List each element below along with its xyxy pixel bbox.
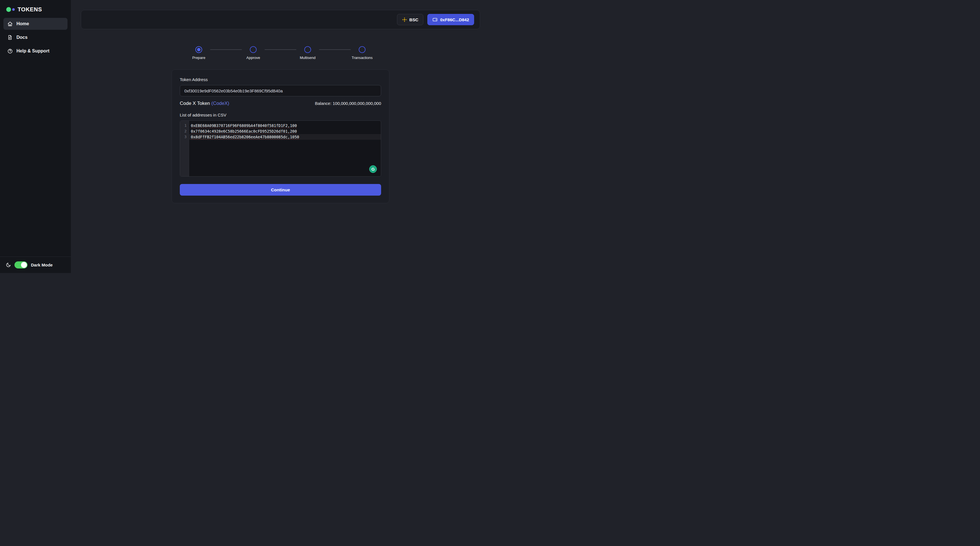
sidebar: TOKENS Home bbox=[0, 0, 71, 273]
token-name-text: Code X Token bbox=[180, 101, 210, 106]
dark-mode-section: Dark Mode bbox=[0, 257, 71, 273]
step-connector bbox=[264, 49, 296, 50]
line-number: 2 bbox=[180, 129, 189, 134]
csv-line: 0x8dFfFB2f104AB56ed22b8206eeAe47b8800085… bbox=[189, 134, 381, 140]
step-approve[interactable]: Approve bbox=[242, 46, 264, 60]
sidebar-item-help-support[interactable]: Help & Support bbox=[3, 45, 67, 57]
logo-green-dot-icon bbox=[6, 7, 11, 12]
sidebar-item-home[interactable]: Home bbox=[3, 18, 67, 30]
csv-editor[interactable]: 1 2 3 0xEBE68A09B370716F96F6809bA4f8040f… bbox=[180, 121, 381, 177]
help-icon bbox=[7, 48, 13, 54]
top-header-bar: BSC 0xF86C...D842 bbox=[81, 10, 480, 29]
main-content: BSC 0xF86C...D842 Prepare A bbox=[71, 0, 490, 273]
sidebar-item-label: Help & Support bbox=[16, 48, 49, 54]
moon-icon bbox=[6, 262, 11, 268]
csv-line-text: 0xEBE68A09B370716F96F6809bA4f8040f581fD1… bbox=[191, 123, 297, 128]
wallet-icon bbox=[433, 17, 438, 22]
step-circle-transactions[interactable] bbox=[359, 46, 366, 53]
step-connector bbox=[319, 49, 351, 50]
step-circle-multisend[interactable] bbox=[304, 46, 311, 53]
step-circle-approve[interactable] bbox=[250, 46, 257, 53]
dark-mode-label: Dark Mode bbox=[31, 262, 53, 267]
network-selector-button[interactable]: BSC bbox=[397, 14, 424, 25]
csv-line: 0x7f0634c4928e6C58b25666Eac0cFD9525D26df… bbox=[189, 129, 381, 134]
csv-line-text: 0x8dFfFB2f104AB56ed22b8206eeAe47b8800085… bbox=[191, 135, 299, 139]
wallet-address-button[interactable]: 0xF86C...D842 bbox=[427, 14, 474, 25]
app-root: TOKENS Home bbox=[0, 0, 490, 273]
grammarly-icon[interactable]: G bbox=[369, 165, 377, 173]
continue-button[interactable]: Continue bbox=[180, 184, 381, 195]
sidebar-item-label: Docs bbox=[16, 35, 27, 40]
step-transactions[interactable]: Transactions bbox=[351, 46, 374, 60]
token-symbol: (CodeX) bbox=[211, 101, 229, 106]
app-logo: TOKENS bbox=[0, 0, 71, 18]
csv-line-text: 0x7f0634c4928e6C58b25666Eac0cFD9525D26df… bbox=[191, 129, 297, 133]
step-label: Prepare bbox=[192, 56, 205, 60]
csv-line: 0xEBE68A09B370716F96F6809bA4f8040f581fD1… bbox=[189, 123, 381, 129]
editor-line-gutter: 1 2 3 bbox=[180, 121, 189, 176]
step-label: Approve bbox=[247, 56, 260, 60]
sidebar-nav: Home Docs bbox=[0, 18, 71, 57]
logo-dots-icon bbox=[6, 7, 15, 12]
step-multisend[interactable]: Multisend bbox=[296, 46, 319, 60]
step-label: Transactions bbox=[352, 56, 372, 60]
toggle-knob bbox=[21, 262, 27, 268]
line-number: 3 bbox=[180, 134, 189, 140]
step-connector bbox=[210, 49, 242, 50]
token-balance: Balance: 100,000,000,000,000,000 bbox=[315, 101, 381, 106]
line-number: 1 bbox=[180, 123, 189, 129]
docs-icon bbox=[7, 35, 13, 40]
token-address-input[interactable] bbox=[180, 85, 381, 96]
token-address-label: Token Address bbox=[180, 77, 381, 82]
token-info-row: Code X Token (CodeX) Balance: 100,000,00… bbox=[180, 101, 381, 106]
prepare-form-card: Token Address Code X Token (CodeX) Balan… bbox=[172, 70, 389, 203]
binance-icon bbox=[402, 17, 407, 22]
step-circle-prepare[interactable] bbox=[196, 46, 202, 53]
logo-indigo-dot-icon bbox=[12, 8, 15, 11]
home-icon bbox=[7, 21, 13, 27]
wallet-address-label: 0xF86C...D842 bbox=[440, 17, 469, 22]
step-prepare[interactable]: Prepare bbox=[188, 46, 210, 60]
dark-mode-toggle[interactable] bbox=[14, 261, 27, 268]
step-label: Multisend bbox=[300, 56, 316, 60]
sidebar-item-docs[interactable]: Docs bbox=[3, 32, 67, 43]
editor-code-area[interactable]: 0xEBE68A09B370716F96F6809bA4f8040f581fD1… bbox=[189, 121, 381, 176]
app-title: TOKENS bbox=[18, 6, 42, 13]
token-name: Code X Token (CodeX) bbox=[180, 101, 229, 106]
network-label: BSC bbox=[409, 17, 418, 22]
sidebar-item-label: Home bbox=[16, 21, 29, 26]
csv-list-label: List of addresses in CSV bbox=[180, 113, 381, 117]
progress-stepper: Prepare Approve Multisend Transactions bbox=[71, 46, 490, 60]
